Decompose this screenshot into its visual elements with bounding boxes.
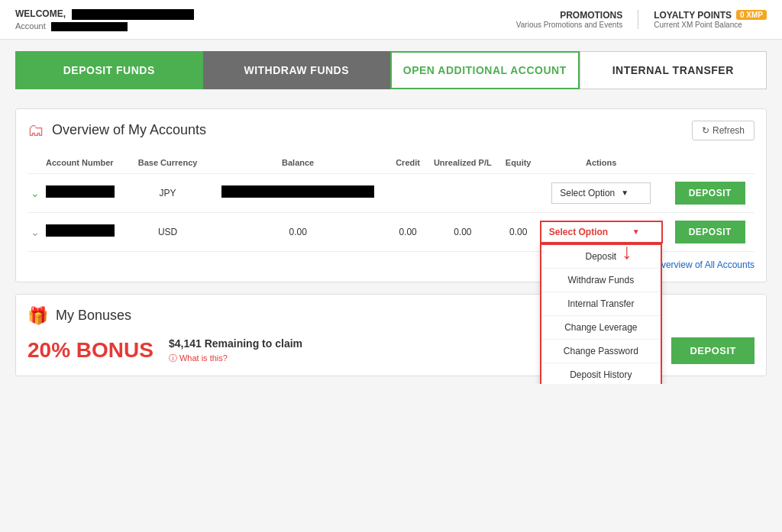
row2-chevron-icon[interactable]: ⌄ [31, 226, 40, 238]
open-account-button[interactable]: OPEN ADDITIONAL ACCOUNT [390, 51, 580, 89]
row1-balance [221, 185, 374, 198]
row2-dropdown-menu: Deposit Withdraw Funds Internal Transfer… [540, 243, 662, 384]
row2-deposit-button[interactable]: DEPOSIT [675, 221, 745, 243]
accounts-section-header: 🗂 Overview of My Accounts ↻ Refresh [27, 121, 755, 140]
dropdown-item-deposit-history[interactable]: Deposit History [541, 363, 661, 384]
withdraw-funds-button[interactable]: WITHDRAW FUNDS [203, 51, 391, 89]
username-redacted [72, 9, 194, 20]
welcome-label: WELCOME, [15, 8, 66, 19]
row1-currency: JPY [130, 173, 206, 212]
col-credit: Credit [390, 152, 425, 174]
accounts-title-area: 🗂 Overview of My Accounts [27, 121, 206, 140]
accounts-section-title: Overview of My Accounts [52, 122, 206, 138]
col-base-currency: Base Currency [130, 152, 206, 174]
table-row: ⌄ JPY Select Option ▼ [27, 173, 755, 212]
row1-unrealized-pl [425, 173, 499, 212]
row2-unrealized-pl: 0.00 [425, 212, 499, 251]
row2-balance: 0.00 [205, 212, 390, 251]
header-right: PROMOTIONS Various Promotions and Events… [516, 10, 767, 29]
row1-deposit-button[interactable]: DEPOSIT [675, 182, 745, 205]
col-unrealized-pl: Unrealized P/L [425, 152, 499, 174]
info-icon: ⓘ [169, 353, 177, 364]
table-row: ⌄ USD 0.00 0.00 0.00 0.00 Select Option … [27, 212, 755, 251]
row2-equity: 0.00 [500, 212, 537, 251]
row2-credit: 0.00 [390, 212, 425, 251]
header-left: WELCOME, Account [15, 8, 194, 31]
row1-account-number [46, 185, 115, 198]
loyalty-badge: 0 XMP [736, 10, 767, 20]
bonus-percent: 20% BONUS [27, 338, 153, 363]
bonus-left: 20% BONUS [27, 338, 153, 363]
accounts-section: 🗂 Overview of My Accounts ↻ Refresh Acco… [15, 108, 767, 282]
promotions-sub: Various Promotions and Events [516, 21, 622, 29]
account-label: Account [15, 21, 46, 31]
bonuses-title: My Bonuses [56, 308, 131, 324]
bonus-deposit-button[interactable]: DEPOSIT [671, 337, 755, 364]
dropdown-item-change-password[interactable]: Change Password [541, 340, 661, 363]
promotions-title: PROMOTIONS [516, 10, 622, 21]
accounts-table-wrapper: Account Number Base Currency Balance Cre… [27, 152, 755, 252]
deposit-funds-button[interactable]: DEPOSIT FUNDS [15, 51, 203, 89]
gift-icon: 🎁 [27, 306, 48, 326]
dropdown-item-internal-transfer[interactable]: Internal Transfer [541, 292, 661, 316]
row1-chevron-icon[interactable]: ⌄ [31, 187, 40, 199]
row1-equity [500, 173, 537, 212]
dropdown-item-change-leverage[interactable]: Change Leverage [541, 316, 661, 340]
loyalty-sub: Current XM Point Balance [654, 21, 742, 29]
accounts-table: Account Number Base Currency Balance Cre… [27, 152, 755, 252]
row2-select-box[interactable]: Select Option ▼ [540, 221, 663, 243]
row1-select-box[interactable]: Select Option ▼ [551, 182, 651, 204]
bonus-right: DEPOSIT [671, 337, 755, 364]
dropdown-item-withdraw[interactable]: Withdraw Funds [541, 269, 661, 292]
row2-dropdown-arrow: ▼ [632, 227, 640, 236]
row2-account-number [46, 224, 115, 237]
welcome-text: WELCOME, [15, 8, 194, 20]
bonus-amount: $4,141 [169, 337, 202, 350]
account-row: Account [15, 21, 194, 31]
nav-buttons: DEPOSIT FUNDS WITHDRAW FUNDS OPEN ADDITI… [0, 40, 782, 101]
briefcase-icon: 🗂 [27, 121, 44, 140]
loyalty-title: LOYALTY POINTS 0 XMP [654, 10, 767, 21]
account-number-redacted [51, 22, 128, 31]
loyalty-block: LOYALTY POINTS 0 XMP Current XM Point Ba… [654, 10, 767, 29]
row1-dropdown-arrow: ▼ [621, 189, 629, 197]
promotions-block: PROMOTIONS Various Promotions and Events [516, 10, 638, 29]
col-actions: Actions [537, 152, 666, 174]
row2-currency: USD [130, 212, 206, 251]
row2-select-dropdown-container: Select Option ▼ Deposit Withdraw Funds I… [540, 221, 663, 243]
bonus-remaining-label: Remaining to claim [205, 337, 302, 350]
main-content: 🗂 Overview of My Accounts ↻ Refresh Acco… [0, 101, 782, 384]
refresh-button[interactable]: ↻ Refresh [692, 121, 755, 140]
dropdown-item-deposit[interactable]: Deposit [541, 245, 661, 269]
row1-credit [390, 173, 425, 212]
header: WELCOME, Account PROMOTIONS Various Prom… [0, 0, 782, 40]
col-balance: Balance [205, 152, 390, 174]
col-equity: Equity [500, 152, 537, 174]
col-account-number: Account Number [43, 152, 130, 174]
refresh-icon: ↻ [702, 125, 709, 136]
internal-transfer-button[interactable]: INTERNAL TRANSFER [580, 51, 767, 89]
row1-select-dropdown: Select Option ▼ [551, 182, 651, 204]
